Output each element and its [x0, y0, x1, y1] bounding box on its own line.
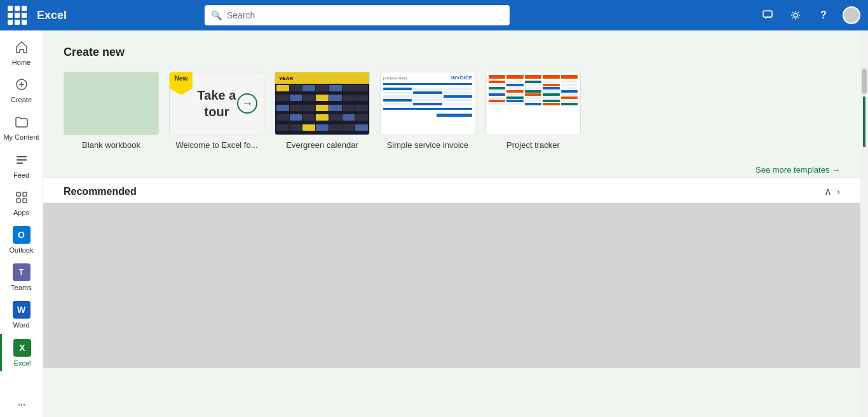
template-invoice-thumb: [company name] INVOICE — [380, 72, 475, 135]
word-icon: W — [13, 301, 31, 319]
template-tour-thumb: New Take a tour → — [169, 72, 264, 135]
sidebar-item-create[interactable]: Create — [0, 70, 43, 108]
recommended-collapse-icon[interactable]: ∧ — [824, 185, 832, 197]
svg-rect-8 — [17, 199, 20, 202]
svg-rect-7 — [23, 192, 27, 196]
see-more-row: See more templates → — [43, 160, 860, 177]
search-bar[interactable]: 🔍 — [205, 5, 510, 25]
sidebar-item-more[interactable]: ··· — [0, 390, 43, 417]
main-layout: Home Create My Content Feed Apps — [0, 30, 868, 417]
create-new-title: Create new — [64, 46, 840, 59]
calendar-preview: YEAR — [275, 72, 369, 135]
template-calendar-label: Evergreen calendar — [286, 140, 358, 150]
sidebar-item-feed[interactable]: Feed — [0, 146, 43, 183]
new-badge: New — [170, 72, 193, 95]
invoice-title: INVOICE — [451, 75, 472, 81]
avatar[interactable] — [843, 6, 860, 24]
scrollbar-thumb[interactable] — [862, 69, 867, 94]
invoice-company: [company name] — [383, 76, 407, 80]
sidebar-item-mycontent-label: My Content — [3, 133, 39, 142]
project-tracker-preview — [486, 72, 580, 135]
sidebar-item-feed-label: Feed — [13, 171, 29, 180]
template-invoice-label: Simple service invoice — [387, 140, 469, 150]
recommended-expand-icon[interactable]: › — [837, 187, 840, 197]
search-icon: 🔍 — [211, 10, 222, 20]
sidebar-item-create-label: Create — [11, 96, 32, 104]
outlook-icon: O — [13, 226, 31, 244]
help-button[interactable]: ? — [815, 6, 832, 24]
templates-row: Blank workbook New Take a tour → — [64, 72, 840, 150]
feed-icon — [13, 151, 31, 169]
svg-point-1 — [794, 13, 797, 17]
sidebar-item-teams-label: Teams — [11, 284, 31, 292]
apps-icon — [13, 189, 31, 206]
create-new-section: Create new Blank workbook New — [43, 30, 860, 160]
scrollbar-green-indicator — [863, 96, 865, 147]
sidebar-item-home[interactable]: Home — [0, 33, 43, 70]
blank-workbook-preview — [64, 72, 158, 135]
topbar: Excel 🔍 ? — [0, 0, 868, 30]
template-tour[interactable]: New Take a tour → Welcome to Excel fo... — [169, 72, 264, 150]
template-invoice[interactable]: [company name] INVOICE — [380, 72, 475, 150]
sidebar: Home Create My Content Feed Apps — [0, 30, 43, 417]
svg-rect-4 — [17, 159, 27, 161]
sidebar-item-excel-label: Excel — [14, 359, 31, 367]
more-icon: ··· — [13, 395, 31, 413]
svg-rect-0 — [763, 11, 772, 17]
invoice-preview: [company name] INVOICE — [381, 72, 475, 135]
app-title: Excel — [37, 9, 75, 22]
sidebar-item-outlook-label: Outlook — [10, 246, 34, 255]
template-calendar[interactable]: YEAR — [275, 72, 370, 150]
template-tracker[interactable]: Project tracker — [485, 72, 581, 150]
teams-icon: T — [13, 263, 31, 281]
main-content: Create new Blank workbook New — [43, 30, 860, 417]
sidebar-item-teams[interactable]: T Teams — [0, 258, 43, 296]
home-icon — [13, 38, 31, 56]
settings-button[interactable] — [787, 6, 804, 24]
scrollbar-track[interactable] — [860, 30, 868, 417]
sidebar-item-home-label: Home — [12, 58, 31, 67]
sidebar-item-apps-label: Apps — [13, 209, 29, 217]
excel-icon: X — [13, 339, 31, 357]
recommended-section: Recommended ∧ › — [43, 177, 860, 368]
sidebar-item-outlook[interactable]: O Outlook — [0, 221, 43, 258]
svg-rect-6 — [17, 192, 20, 196]
recommended-content — [43, 203, 860, 368]
sidebar-item-word[interactable]: W Word — [0, 296, 43, 333]
sidebar-item-apps[interactable]: Apps — [0, 183, 43, 221]
topbar-actions: ? — [759, 6, 860, 24]
calendar-header: YEAR — [275, 72, 369, 84]
tour-preview: New Take a tour → — [170, 72, 264, 135]
sidebar-item-word-label: Word — [13, 321, 29, 329]
svg-rect-9 — [23, 199, 27, 202]
app-grid-button[interactable] — [8, 6, 27, 25]
template-blank-label: Blank workbook — [82, 140, 140, 150]
create-icon — [13, 76, 31, 93]
template-calendar-thumb: YEAR — [275, 72, 370, 135]
template-blank[interactable]: Blank workbook — [64, 72, 159, 150]
svg-rect-3 — [17, 156, 27, 157]
sidebar-item-excel[interactable]: X Excel — [0, 334, 43, 371]
recommended-title: Recommended — [64, 186, 137, 197]
svg-rect-5 — [17, 162, 23, 164]
feedback-button[interactable] — [759, 6, 776, 24]
template-blank-thumb — [64, 72, 159, 135]
template-tracker-label: Project tracker — [506, 140, 560, 150]
template-tour-label: Welcome to Excel fo... — [175, 140, 257, 150]
see-more-templates-link[interactable]: See more templates → — [756, 165, 840, 175]
tour-arrow-icon: → — [237, 93, 257, 114]
search-input[interactable] — [227, 10, 503, 20]
sidebar-item-mycontent[interactable]: My Content — [0, 108, 43, 145]
template-tracker-thumb — [485, 72, 581, 135]
recommended-header: Recommended ∧ › — [43, 178, 860, 203]
folder-icon — [13, 113, 31, 131]
calendar-grid — [275, 84, 369, 135]
